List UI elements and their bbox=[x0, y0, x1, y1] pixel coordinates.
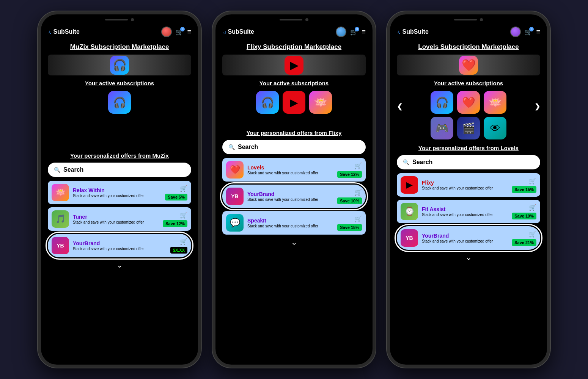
offer-info: SpeakItStack and save with your customiz… bbox=[247, 218, 333, 229]
offer-right: 🛒$X.XX bbox=[170, 238, 187, 254]
offer-card-relax-within[interactable]: 🪷Relax WithinStack and save with your cu… bbox=[48, 181, 191, 204]
search-bar[interactable]: 🔍 Search bbox=[222, 140, 366, 154]
offer-right: 🛒Save 5% bbox=[165, 185, 187, 200]
cart-badge: 0 bbox=[529, 27, 534, 31]
search-bar[interactable]: 🔍 Search bbox=[48, 163, 191, 177]
active-icon-headphone[interactable]: 🎧 bbox=[256, 91, 279, 114]
offer-right: 🛒Save 19% bbox=[512, 204, 536, 219]
add-to-cart-icon[interactable]: 🛒 bbox=[354, 189, 362, 196]
active-icon-play[interactable]: ▶ bbox=[283, 91, 305, 114]
offer-desc: Stack and save with your customized offe… bbox=[422, 239, 508, 244]
active-subscriptions-title: Your active subscriptions bbox=[48, 80, 191, 86]
app-header: ♫ SubSuite 🛒 0 ≡ bbox=[397, 23, 540, 42]
offer-badge: Save 10% bbox=[337, 197, 362, 204]
offer-right: 🛒Save 12% bbox=[163, 211, 187, 227]
search-bar[interactable]: 🔍 Search bbox=[397, 155, 540, 169]
active-icon-eye[interactable]: 👁 bbox=[484, 117, 506, 139]
offer-name: Tuner bbox=[73, 214, 159, 220]
scroll-down-chevron[interactable]: ⌄ bbox=[48, 260, 191, 269]
nav-arrow-right[interactable]: ❯ bbox=[535, 102, 540, 111]
cart-button[interactable]: 🛒 0 bbox=[350, 28, 358, 36]
subscriptions-grid: 🎧▶🪷 bbox=[222, 91, 366, 114]
offer-card-fit-assist[interactable]: ⌚Fit AssistStack and save with your cust… bbox=[397, 200, 540, 223]
offer-card-tuner[interactable]: 🎵TunerStack and save with your customize… bbox=[48, 207, 191, 231]
active-icon-lotus[interactable]: 🪷 bbox=[484, 91, 506, 114]
add-to-cart-icon[interactable]: 🛒 bbox=[180, 238, 187, 245]
banner: ❤️ bbox=[397, 55, 540, 75]
offer-info: YourBrandStack and save with your custom… bbox=[422, 233, 508, 244]
offer-info: FlixyStack and save with your customized… bbox=[422, 180, 508, 191]
offer-icon-Relax Within: 🪷 bbox=[52, 184, 69, 201]
offer-info: YourBrandStack and save with your custom… bbox=[247, 191, 333, 202]
menu-button[interactable]: ≡ bbox=[536, 28, 540, 36]
offer-info: LovelsStack and save with your customize… bbox=[247, 164, 333, 175]
offer-desc: Stack and save with your customized offe… bbox=[73, 220, 159, 225]
notch-dot bbox=[305, 18, 308, 21]
nav-arrow-left[interactable]: ❮ bbox=[397, 102, 402, 111]
offer-name: Fit Assist bbox=[422, 206, 508, 212]
banner: 🎧 bbox=[48, 55, 191, 75]
offer-icon-Lovels: ❤️ bbox=[226, 161, 244, 179]
add-to-cart-icon[interactable]: 🛒 bbox=[180, 211, 187, 219]
header-icons: 🛒 0 ≡ bbox=[161, 27, 191, 37]
offer-card-yourbrand[interactable]: YBYourBrandStack and save with your cust… bbox=[222, 185, 366, 208]
offer-info: YourBrandStack and save with your custom… bbox=[73, 240, 167, 251]
active-icon-headphone[interactable]: 🎧 bbox=[108, 91, 131, 114]
offer-card-flixy[interactable]: ▶FlixyStack and save with your customize… bbox=[397, 173, 540, 197]
offer-card-yourbrand[interactable]: YBYourBrandStack and save with your cust… bbox=[48, 234, 191, 257]
phone-lovels: ♫ SubSuite 🛒 0 ≡ Lovels Subscription Mar… bbox=[387, 11, 550, 368]
active-icon-lotus[interactable]: 🪷 bbox=[309, 91, 332, 114]
avatar[interactable] bbox=[510, 27, 521, 37]
active-icon-film[interactable]: 🎬 bbox=[457, 117, 480, 139]
menu-button[interactable]: ≡ bbox=[362, 28, 366, 36]
offer-card-speakit[interactable]: 💬SpeakItStack and save with your customi… bbox=[222, 211, 366, 235]
marketplace-title: Flixy Subscription Marketplace bbox=[222, 43, 366, 51]
marketplace-title: Lovels Subscription Marketplace bbox=[397, 43, 540, 51]
offer-desc: Stack and save with your customized offe… bbox=[422, 186, 508, 191]
offer-icon-Fit Assist: ⌚ bbox=[401, 203, 418, 220]
header-icons: 🛒 0 ≡ bbox=[510, 27, 540, 37]
add-to-cart-icon[interactable]: 🛒 bbox=[529, 204, 536, 211]
subscriptions-grid: ❮🎧❤️🪷🎮🎬👁❯ bbox=[397, 91, 540, 139]
cart-button[interactable]: 🛒 0 bbox=[176, 28, 183, 36]
menu-button[interactable]: ≡ bbox=[187, 28, 191, 36]
offer-badge: Save 15% bbox=[337, 224, 362, 231]
active-subscriptions-title: Your active subscriptions bbox=[397, 80, 540, 86]
offer-name: YourBrand bbox=[422, 233, 508, 239]
subscriptions-grid: 🎧 bbox=[48, 91, 191, 114]
add-to-cart-icon[interactable]: 🛒 bbox=[180, 185, 187, 192]
offer-name: Relax Within bbox=[73, 187, 161, 193]
logo: ♫ SubSuite bbox=[48, 28, 80, 35]
search-icon: 🔍 bbox=[403, 159, 409, 165]
avatar[interactable] bbox=[161, 27, 172, 37]
logo-text: SubSuite bbox=[53, 28, 80, 35]
offer-right: 🛒Save 15% bbox=[512, 177, 536, 193]
banner-icon: 🎧 bbox=[110, 56, 129, 75]
add-to-cart-icon[interactable]: 🛒 bbox=[529, 230, 536, 238]
active-icon-headphone[interactable]: 🎧 bbox=[431, 91, 453, 114]
phone-muzix: ♫ SubSuite 🛒 0 ≡ MuZix Subscription Mark… bbox=[38, 11, 201, 368]
active-icon-heart[interactable]: ❤️ bbox=[457, 91, 480, 114]
add-to-cart-icon[interactable]: 🛒 bbox=[354, 162, 362, 169]
offer-card-lovels[interactable]: ❤️LovelsStack and save with your customi… bbox=[222, 158, 366, 182]
offer-right: 🛒Save 15% bbox=[337, 215, 362, 231]
add-to-cart-icon[interactable]: 🛒 bbox=[529, 177, 536, 185]
offer-right: 🛒Save 21% bbox=[512, 230, 536, 246]
search-input-label: Search bbox=[238, 144, 258, 150]
scroll-down-chevron[interactable]: ⌄ bbox=[397, 253, 540, 262]
avatar[interactable] bbox=[336, 27, 346, 37]
offer-info: Relax WithinStack and save with your cus… bbox=[73, 187, 161, 198]
notch-line bbox=[454, 19, 477, 20]
offer-badge: Save 21% bbox=[512, 239, 536, 246]
offer-desc: Stack and save with your customized offe… bbox=[73, 193, 161, 198]
add-to-cart-icon[interactable]: 🛒 bbox=[354, 215, 362, 222]
search-input-label: Search bbox=[412, 159, 432, 166]
active-icon-game[interactable]: 🎮 bbox=[431, 117, 453, 139]
offer-right: 🛒Save 10% bbox=[337, 189, 362, 204]
offer-card-yourbrand[interactable]: YBYourBrandStack and save with your cust… bbox=[397, 226, 540, 250]
cart-button[interactable]: 🛒 0 bbox=[525, 28, 532, 36]
offer-name: Flixy bbox=[422, 180, 508, 186]
scroll-down-chevron[interactable]: ⌄ bbox=[222, 238, 366, 247]
offer-name: YourBrand bbox=[247, 191, 333, 197]
offer-badge: Save 5% bbox=[165, 194, 187, 200]
